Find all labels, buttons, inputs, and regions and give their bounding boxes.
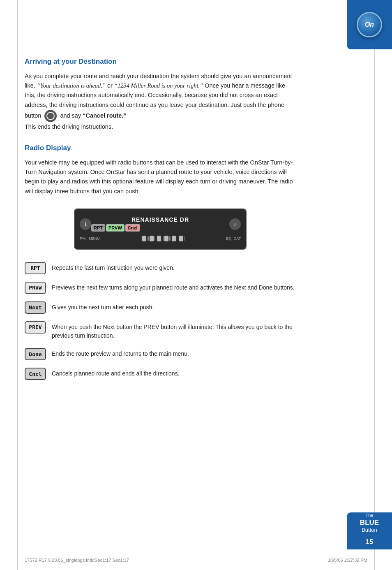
rpt-desc: Repeats the last turn instruction you we… bbox=[52, 262, 175, 273]
body-text-4: and say bbox=[60, 112, 81, 119]
radio-icon-right: ♪ bbox=[229, 218, 241, 230]
rpt-badge: RPT bbox=[25, 262, 46, 274]
right-margin-line bbox=[374, 0, 375, 570]
menu-label: MENU bbox=[89, 236, 100, 241]
eq-label: EQ bbox=[226, 236, 231, 241]
radio-info-icon: ℹ bbox=[85, 221, 87, 227]
radio-bottom-labels-right: EQ CAT bbox=[226, 236, 241, 241]
radio-bottom-row: FAV MENU bbox=[80, 236, 241, 241]
left-margin-line bbox=[17, 0, 18, 570]
cncl-desc: Cancels planned route and ends all the d… bbox=[52, 368, 180, 378]
section-arriving: Arriving at your Destination As you comp… bbox=[25, 58, 296, 132]
page-number: 15 bbox=[362, 535, 376, 549]
list-item-prev: PREV When you push the Next button the P… bbox=[25, 321, 296, 341]
list-item-prvw: PRVW Previews the next few turns along y… bbox=[25, 282, 296, 294]
fav-label: FAV bbox=[80, 236, 86, 241]
on-button: On bbox=[357, 12, 382, 37]
cat-label: CAT bbox=[234, 236, 241, 241]
blue-button-text: The BLUE Button bbox=[360, 513, 379, 533]
radio-top-row: ℹ RENAISSANCE DR RPT PRVW Cncl ♪ bbox=[80, 216, 241, 232]
button-label: Button bbox=[360, 527, 379, 533]
list-item-rpt: RPT Repeats the last turn instruction yo… bbox=[25, 262, 296, 274]
radio-street-name: RENAISSANCE DR bbox=[91, 216, 229, 223]
list-item-next: Next Gives you the next turn after each … bbox=[25, 301, 296, 314]
cncl-badge: Cncl bbox=[25, 368, 46, 380]
section1-heading: Arriving at your Destination bbox=[25, 58, 296, 66]
radio-center: RENAISSANCE DR RPT PRVW Cncl bbox=[91, 216, 229, 232]
radio-cncl-btn[interactable]: Cncl bbox=[125, 224, 140, 232]
cancel-route-text: “Cancel route.” bbox=[83, 112, 126, 119]
section-radio: Radio Display Your vehicle may be equipp… bbox=[25, 144, 296, 380]
next-badge: Next bbox=[25, 301, 46, 314]
section2-heading: Radio Display bbox=[25, 144, 296, 152]
radio-bottom-labels: FAV MENU bbox=[80, 236, 100, 241]
main-content: Arriving at your Destination As you comp… bbox=[0, 0, 321, 429]
radio-rpt-btn[interactable]: RPT bbox=[91, 224, 105, 232]
page-footer: 17572 R17 9.28.06_singlepgs.inddSec1:17 … bbox=[0, 555, 392, 563]
radio-slider bbox=[141, 236, 184, 241]
prvw-badge: PRVW bbox=[25, 282, 46, 294]
top-right-corner: On bbox=[347, 0, 392, 49]
body-italic-1: “Your destination is ahead,” bbox=[37, 82, 106, 89]
button-list: RPT Repeats the last turn instruction yo… bbox=[25, 262, 296, 380]
done-desc: Ends the route preview and returns to th… bbox=[52, 348, 189, 359]
prev-desc: When you push the Next button the PREV b… bbox=[52, 321, 296, 341]
body-text-2: or bbox=[107, 82, 113, 89]
done-badge: Done bbox=[25, 348, 46, 360]
bottom-right-logo: The BLUE Button 15 bbox=[347, 512, 392, 549]
footer-left: 17572 R17 9.28.06_singlepgs.inddSec1:17 … bbox=[25, 558, 129, 563]
radio-icon-left: ℹ bbox=[80, 218, 91, 230]
radio-display: ℹ RENAISSANCE DR RPT PRVW Cncl ♪ FAV bbox=[74, 209, 247, 250]
prev-badge: PREV bbox=[25, 321, 46, 334]
body-text-5: This ends the driving instructions. bbox=[25, 123, 113, 130]
section1-body: As you complete your route and reach you… bbox=[25, 72, 296, 132]
list-item-cncl: Cncl Cancels planned route and ends all … bbox=[25, 368, 296, 380]
phone-button-icon bbox=[44, 110, 57, 122]
body-italic-2: “1234 Miller Road is on your right.” bbox=[114, 82, 203, 89]
list-item-done: Done Ends the route preview and returns … bbox=[25, 348, 296, 360]
radio-buttons-row: RPT PRVW Cncl bbox=[91, 224, 229, 232]
the-label: The bbox=[360, 513, 379, 518]
blue-label: BLUE bbox=[360, 519, 379, 527]
footer-right: 10/5/06 2:27:32 PM bbox=[328, 558, 367, 563]
prvw-desc: Previews the next few turns along your p… bbox=[52, 282, 295, 292]
on-label: On bbox=[365, 21, 374, 28]
next-desc: Gives you the next turn after each push. bbox=[52, 301, 154, 312]
section2-body: Your vehicle may be equipped with radio … bbox=[25, 158, 296, 196]
radio-music-icon: ♪ bbox=[234, 221, 237, 227]
radio-prvw-btn[interactable]: PRVW bbox=[106, 224, 125, 232]
